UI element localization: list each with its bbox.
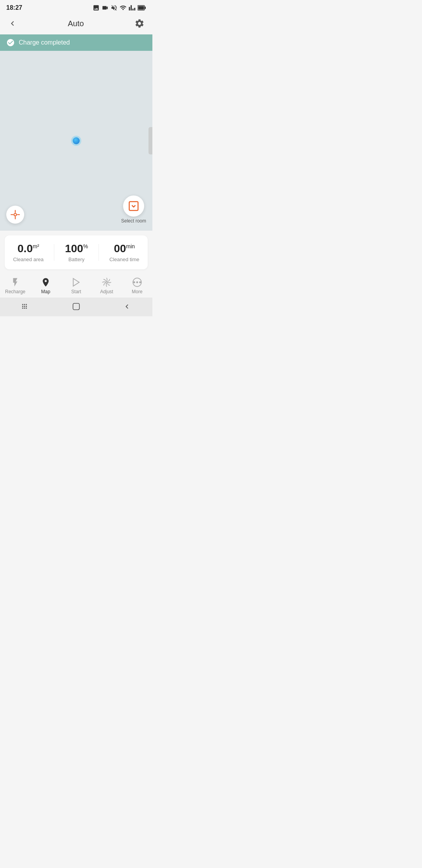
top-nav: Auto bbox=[0, 14, 152, 34]
svg-rect-21 bbox=[22, 308, 23, 309]
cleaned-time-label: Cleaned time bbox=[109, 256, 139, 262]
video-icon bbox=[102, 4, 109, 11]
signal-icon bbox=[129, 4, 136, 11]
svg-rect-22 bbox=[24, 308, 25, 309]
stat-cleaned-area: 0.0m² Cleaned area bbox=[13, 242, 43, 262]
nav-item-map[interactable]: Map bbox=[34, 277, 57, 294]
fan-icon bbox=[102, 277, 112, 287]
status-bar: 18:27 bbox=[0, 0, 152, 14]
status-icons bbox=[93, 4, 146, 11]
nav-item-more[interactable]: More bbox=[125, 277, 149, 294]
robot-dot bbox=[73, 137, 80, 144]
nav-recharge-label: Recharge bbox=[5, 289, 25, 294]
stats-panel: 0.0m² Cleaned area 100% Battery 00min Cl… bbox=[5, 235, 148, 269]
bottom-nav: Recharge Map Start Adjust bbox=[0, 273, 152, 298]
svg-marker-9 bbox=[73, 278, 79, 286]
nav-item-start[interactable]: Start bbox=[64, 277, 88, 294]
lightning-icon bbox=[10, 277, 20, 287]
svg-rect-2 bbox=[145, 7, 146, 9]
select-room-label: Select room bbox=[121, 218, 146, 224]
home-circle-icon bbox=[72, 302, 80, 311]
svg-rect-8 bbox=[129, 202, 138, 211]
svg-point-11 bbox=[134, 282, 135, 283]
play-icon bbox=[71, 277, 81, 287]
android-back-button[interactable] bbox=[115, 301, 139, 312]
nav-map-label: Map bbox=[41, 289, 50, 294]
svg-rect-20 bbox=[26, 306, 27, 307]
select-room-button[interactable]: Select room bbox=[121, 195, 146, 224]
android-menu-button[interactable] bbox=[13, 301, 38, 312]
stat-divider-1 bbox=[54, 244, 54, 261]
svg-rect-17 bbox=[26, 304, 27, 305]
nav-item-recharge[interactable]: Recharge bbox=[4, 277, 27, 294]
back-button[interactable] bbox=[6, 17, 19, 30]
svg-rect-15 bbox=[22, 304, 23, 305]
cleaned-area-value: 0.0m² bbox=[18, 242, 39, 255]
nav-more-label: More bbox=[132, 289, 142, 294]
stat-battery: 100% Battery bbox=[65, 242, 88, 262]
settings-button[interactable] bbox=[133, 17, 146, 30]
wifi-icon bbox=[120, 4, 127, 11]
select-room-icon-container bbox=[123, 195, 144, 217]
back-icon bbox=[123, 302, 131, 311]
cleaned-time-value: 00min bbox=[114, 242, 135, 255]
svg-point-12 bbox=[136, 282, 138, 283]
locate-button[interactable] bbox=[6, 206, 24, 224]
svg-rect-18 bbox=[22, 306, 23, 307]
svg-rect-16 bbox=[24, 304, 25, 305]
status-time: 18:27 bbox=[6, 4, 22, 11]
nav-start-label: Start bbox=[71, 289, 81, 294]
battery-icon bbox=[138, 5, 146, 11]
svg-point-13 bbox=[139, 282, 141, 283]
svg-rect-23 bbox=[26, 308, 27, 309]
gallery-icon bbox=[93, 4, 100, 11]
location-icon bbox=[41, 277, 51, 287]
android-nav-bar bbox=[0, 298, 152, 316]
svg-rect-1 bbox=[138, 6, 144, 10]
battery-value: 100% bbox=[65, 242, 88, 255]
cleaned-area-label: Cleaned area bbox=[13, 256, 43, 262]
svg-rect-24 bbox=[73, 303, 80, 310]
map-area[interactable]: Select room bbox=[0, 51, 152, 231]
stat-divider-2 bbox=[98, 244, 99, 261]
nav-adjust-label: Adjust bbox=[100, 289, 113, 294]
stat-cleaned-time: 00min Cleaned time bbox=[109, 242, 139, 262]
battery-label: Battery bbox=[68, 256, 84, 262]
menu-icon bbox=[21, 302, 30, 311]
svg-rect-19 bbox=[24, 306, 25, 307]
svg-point-10 bbox=[106, 282, 107, 283]
dots-icon bbox=[132, 277, 142, 287]
charge-banner-text: Charge completed bbox=[19, 39, 70, 46]
mute-icon bbox=[111, 4, 118, 11]
side-handle[interactable] bbox=[148, 127, 152, 154]
nav-item-adjust[interactable]: Adjust bbox=[95, 277, 118, 294]
android-home-button[interactable] bbox=[64, 301, 88, 312]
charge-banner: Charge completed bbox=[0, 34, 152, 51]
check-circle-icon bbox=[6, 38, 15, 47]
svg-point-3 bbox=[14, 213, 17, 216]
page-title: Auto bbox=[68, 19, 84, 28]
